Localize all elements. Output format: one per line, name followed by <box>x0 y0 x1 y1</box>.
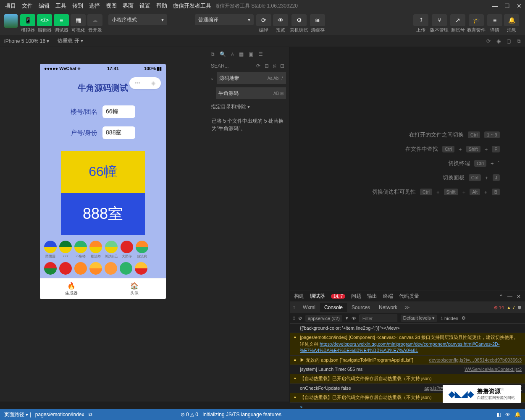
emoji-item[interactable]: 团团圆 <box>44 241 57 259</box>
panel-tab-构建[interactable]: 构建 <box>294 293 304 300</box>
menu-微信开发者工具[interactable]: 微信开发者工具 <box>171 1 214 10</box>
panel-tab-调试器[interactable]: 调试器 <box>310 293 325 300</box>
panel-tab-终端[interactable]: 终端 <box>383 293 393 300</box>
sidebar-toggle-icon[interactable]: ⟟ <box>293 315 295 321</box>
menu-选择[interactable]: 选择 <box>87 1 102 10</box>
new-file-icon[interactable]: ⎘ <box>273 63 276 69</box>
tb-消息[interactable]: 🔔消息 <box>504 14 519 33</box>
tab-wxml[interactable]: Wxml <box>299 303 320 312</box>
filter-input[interactable] <box>360 315 397 322</box>
mode-dropdown[interactable]: 小程序模式▾ <box>108 14 167 25</box>
close-button[interactable]: ✕ <box>517 3 522 9</box>
emoji-item[interactable]: 川沙妲己 <box>105 241 118 259</box>
panel-ctl[interactable]: ⌃ <box>499 294 503 299</box>
tb-版本管理[interactable]: ⑂版本管理 <box>430 14 449 33</box>
ext-icon[interactable]: ▦ <box>239 51 244 57</box>
tab-network[interactable]: Network <box>375 303 402 312</box>
search-input[interactable]: 源码地带Aa Abl .* <box>217 72 286 84</box>
emoji-item[interactable]: 楼法师 <box>89 241 102 259</box>
tb-详情[interactable]: ≡详情 <box>487 14 502 33</box>
search-icon[interactable]: 🔍 <box>220 51 226 57</box>
menu-文件[interactable]: 文件 <box>19 1 35 10</box>
include-exclude-toggle[interactable]: 指定目录和排除 ▾ <box>208 101 287 113</box>
menu-视图[interactable]: 视图 <box>103 1 119 10</box>
tab-console[interactable]: Console <box>320 303 347 312</box>
levels-dropdown[interactable]: Default levels ▾ <box>401 315 437 322</box>
diagnostics[interactable]: ⊘ 0 △ 0 <box>181 412 198 417</box>
clear-console-icon[interactable]: ⊘ <box>298 315 302 321</box>
tab-avatar[interactable]: 🏠头像 <box>103 278 166 299</box>
refresh-icon[interactable]: ⟳ <box>486 38 491 44</box>
project-avatar[interactable] <box>4 14 18 28</box>
emoji-item[interactable] <box>105 262 117 275</box>
emoji-item[interactable]: 7×7 <box>59 241 72 259</box>
menu-设置[interactable]: 设置 <box>137 1 153 10</box>
bell-icon[interactable]: 🔔 <box>514 412 521 417</box>
copy-path-icon[interactable]: ⧉ <box>89 412 92 417</box>
emoji-item[interactable]: 顶流狗 <box>136 241 148 259</box>
emoji-item[interactable] <box>89 262 102 275</box>
menu-工具[interactable]: 工具 <box>53 1 69 10</box>
emoji-item[interactable]: 不集楼 <box>74 241 87 259</box>
eye-icon[interactable]: 👁 <box>352 316 356 321</box>
device-select[interactable]: iPhone 5 100% 16 ▾ <box>4 38 49 44</box>
tb-测试号[interactable]: ↗测试号 <box>450 14 465 33</box>
copy-icon[interactable]: ⧉ <box>517 38 521 44</box>
tab-sources[interactable]: Sources <box>347 303 374 312</box>
clear-icon[interactable]: ⊟ <box>265 63 269 69</box>
devtools-toggle-icon[interactable]: ⟟ <box>290 304 298 310</box>
remote-icon[interactable]: ◧ <box>496 412 501 417</box>
compile-dropdown[interactable]: 普通编译▾ <box>195 14 254 25</box>
capsule-menu[interactable]: •••◉ <box>129 77 161 89</box>
refresh-search-icon[interactable]: ⟳ <box>256 63 260 69</box>
emoji-item[interactable]: 大团仔 <box>121 241 133 259</box>
emoji-item[interactable] <box>74 262 87 275</box>
device-bar: iPhone 5 100% 16 ▾ 热重载 开 ▾ ⟳ ◉ ▢ ⧉ <box>0 35 525 47</box>
gear-icon[interactable]: ⚙ <box>517 305 522 310</box>
tb-云开发[interactable]: ☁云开发 <box>87 14 102 33</box>
tb-编译[interactable]: ⟳编译 <box>256 14 271 33</box>
scope-dropdown[interactable]: appservice (#2) <box>305 315 342 322</box>
tb-教育套件[interactable]: 🎓教育套件 <box>467 14 486 33</box>
menu-项目[interactable]: 项目 <box>3 1 18 10</box>
device-icon[interactable]: ▢ <box>507 38 511 44</box>
settings-icon[interactable]: ⚙ <box>462 315 466 321</box>
tb-模拟器[interactable]: 📱模拟器 <box>20 14 35 33</box>
emoji-item[interactable] <box>44 262 57 275</box>
debug-icon[interactable]: ▣ <box>249 51 253 57</box>
panel-ctl[interactable]: ✕ <box>517 294 521 299</box>
building-input[interactable]: 66幢 <box>102 105 135 118</box>
emoji-item[interactable] <box>59 262 72 275</box>
maximize-button[interactable]: ☐ <box>504 3 510 9</box>
tb-调试器[interactable]: ≡调试器 <box>54 14 69 33</box>
replace-input[interactable]: 牛角源码AB ⊞ <box>216 87 286 99</box>
emoji-item[interactable] <box>120 262 132 275</box>
tb-编辑器[interactable]: </>编辑器 <box>37 14 52 33</box>
panel-tab-代码质量[interactable]: 代码质量 <box>399 293 419 300</box>
page-path[interactable]: pages/emoticon/index <box>35 412 84 417</box>
menu-界面[interactable]: 界面 <box>120 1 136 10</box>
panel-tab-输出[interactable]: 输出 <box>367 293 377 300</box>
tab-generator[interactable]: 🔥生成器 <box>40 278 103 299</box>
menu-转到[interactable]: 转到 <box>70 1 86 10</box>
git-icon[interactable]: ⑃ <box>231 51 234 57</box>
tb-真机调试[interactable]: ⚙真机调试 <box>290 14 308 33</box>
panel-ctl[interactable]: — <box>507 294 512 299</box>
tb-预览[interactable]: 👁预览 <box>273 14 288 33</box>
panel-tab-问题[interactable]: 问题 <box>351 293 361 300</box>
eye2-icon[interactable]: 👁 <box>505 412 510 417</box>
test-icon[interactable]: ☰ <box>258 51 263 57</box>
tb-可视化[interactable]: ▦可视化 <box>71 14 86 33</box>
tb-清缓存[interactable]: ≋清缓存 <box>310 14 325 33</box>
collapse-icon[interactable]: ⊡ <box>280 63 284 69</box>
hot-reload-toggle[interactable]: 热重载 开 ▾ <box>58 37 83 45</box>
room-input[interactable]: 888室 <box>102 126 135 139</box>
emoji-item[interactable] <box>135 262 147 275</box>
menu-帮助[interactable]: 帮助 <box>154 1 170 10</box>
explorer-icon[interactable]: ⧉ <box>211 51 215 57</box>
chevron-down-icon[interactable]: ⌄ <box>208 75 216 81</box>
minimize-button[interactable]: — <box>492 3 498 9</box>
menu-编辑[interactable]: 编辑 <box>36 1 52 10</box>
record-icon[interactable]: ◉ <box>496 38 501 44</box>
tb-上传[interactable]: ⤴上传 <box>413 14 428 33</box>
